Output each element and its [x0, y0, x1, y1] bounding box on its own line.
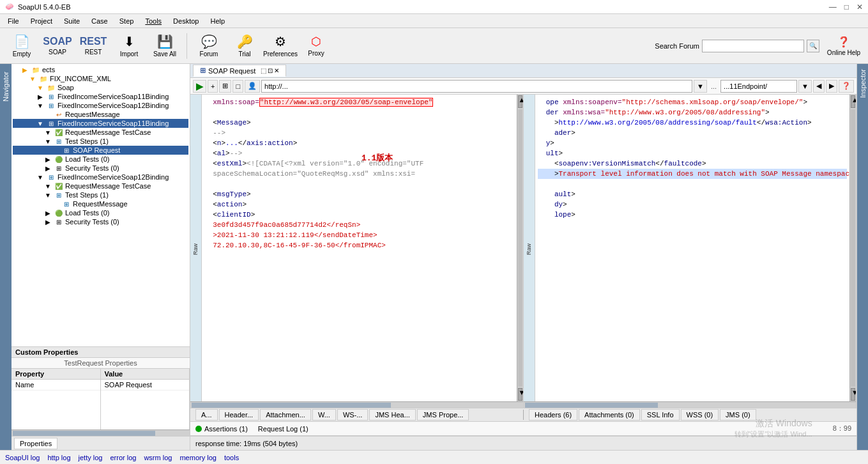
toolbar-soap[interactable]: SOAP SOAP: [41, 31, 74, 61]
tree-item-test-steps-2[interactable]: ▼ ⊞ Test Steps (1): [13, 190, 188, 199]
tab-ws[interactable]: WS-...: [337, 409, 369, 421]
tree-item-req-msg-b[interactable]: ⊞ RequestMessage: [13, 199, 188, 208]
endpoint-dropdown[interactable]: ▼: [798, 80, 812, 93]
response-vscroll-thumb[interactable]: [851, 109, 855, 387]
log-memory[interactable]: memory log: [179, 454, 216, 461]
search-forum-input[interactable]: [702, 40, 804, 52]
response-vscroll-down[interactable]: ▼: [851, 388, 855, 401]
request-vscroll-thumb[interactable]: [518, 109, 522, 387]
menu-step[interactable]: Step: [114, 16, 139, 26]
menu-desktop[interactable]: Desktop: [168, 16, 204, 26]
tab-ssl-info[interactable]: SSL Info: [641, 409, 680, 421]
response-vscrollbar[interactable]: ▲ ▼: [849, 95, 856, 401]
request-vscroll-up[interactable]: ▲: [518, 95, 522, 108]
toolbar-proxy[interactable]: ⬡ Proxy: [300, 31, 333, 61]
menu-tools[interactable]: Tools: [140, 16, 167, 26]
toolbar-rest[interactable]: REST REST: [77, 31, 110, 61]
tab-close-icon[interactable]: ✕: [274, 67, 279, 74]
response-hscroll-thumb[interactable]: [525, 403, 658, 408]
request-hscroll-thumb[interactable]: [192, 403, 391, 408]
toolbar-empty[interactable]: 📄 Empty: [5, 31, 38, 61]
xml-line-cdata: <estXml><![CDATA[<?xml version="1.0" enc…: [204, 159, 514, 169]
tab-expand-icon[interactable]: ⬚: [261, 67, 266, 74]
tree-label-soap-request: SOAP Request: [73, 146, 120, 154]
response-vscroll-up[interactable]: ▲: [851, 95, 855, 108]
tree-item-req-tc-2[interactable]: ▼ ✅ RequestMessage TestCase: [13, 182, 188, 190]
nav-scroll-thumb[interactable]: [13, 431, 155, 436]
menu-suite[interactable]: Suite: [59, 16, 85, 26]
tab-a[interactable]: A...: [195, 409, 218, 421]
tree-item-binding12a[interactable]: ▼ ⊞ FixedIncomeServiceSoap12Binding: [13, 101, 188, 110]
navigator-side-tab[interactable]: Navigator: [0, 64, 11, 450]
tab-header[interactable]: Header...: [219, 409, 259, 421]
tree-item-load-tests-2[interactable]: ▶ 🟢 Load Tests (0): [13, 208, 188, 217]
tab-headers6[interactable]: Headers (6): [529, 409, 577, 421]
tree-item-binding11a[interactable]: ▶ ⊞ FixedIncomeServiceSoap11Binding: [13, 92, 188, 101]
tab-wss0[interactable]: WSS (0): [681, 409, 719, 421]
run-button[interactable]: ▶: [193, 80, 206, 93]
response-hscrollbar[interactable]: [524, 401, 857, 408]
toolbar-forward-button[interactable]: ▶: [826, 80, 837, 93]
toolbar-import[interactable]: ⬇ Import: [112, 31, 146, 61]
close-button[interactable]: ✕: [857, 3, 863, 12]
request-vscrollbar[interactable]: ▲ ▼: [517, 95, 523, 401]
tree-item-security-tests-2[interactable]: ▶ ⊞ Security Tests (0): [13, 217, 188, 226]
request-vscroll-down[interactable]: ▼: [518, 388, 522, 401]
minimize-button[interactable]: —: [829, 3, 837, 12]
request-log-item[interactable]: Request Log (1): [258, 425, 308, 433]
tree-item-req-testcase[interactable]: ▼ ✅ RequestMessage TestCase: [13, 128, 188, 137]
window-controls[interactable]: — □ ✕: [829, 3, 863, 12]
tree-item-soap-request[interactable]: ⊞ SOAP Request: [13, 146, 188, 155]
tree-item-test-steps-1[interactable]: ▼ ⊞ Test Steps (1): [13, 137, 188, 146]
log-tools[interactable]: tools: [224, 454, 239, 461]
toolbar-trial[interactable]: 🔑 Trial: [228, 31, 261, 61]
log-http[interactable]: http log: [47, 454, 70, 461]
log-error[interactable]: error log: [110, 454, 136, 461]
tab-detach-icon[interactable]: ⊡: [268, 67, 273, 74]
toolbar-forum[interactable]: 💬 Forum: [192, 31, 225, 61]
menu-case[interactable]: Case: [86, 16, 113, 26]
properties-tab-button[interactable]: Properties: [14, 438, 57, 449]
toolbar-save-all[interactable]: 💾 Save All: [148, 31, 181, 61]
tab-jms-prop[interactable]: JMS Prope...: [417, 409, 469, 421]
format-button[interactable]: ⊞: [219, 80, 231, 93]
maximize-button[interactable]: □: [844, 3, 849, 12]
tree-item-load-tests-1[interactable]: ▶ 🟢 Load Tests (0): [13, 155, 188, 164]
log-jetty[interactable]: jetty log: [79, 454, 103, 461]
tree-item-soap[interactable]: ▼ 📁 Soap: [13, 83, 188, 92]
tree-item-binding11-selected[interactable]: ▼ ⊞ FixedIncomeServiceSoap11Binding: [13, 119, 188, 128]
toolbar-back-button[interactable]: ◀: [813, 80, 825, 93]
add-button[interactable]: +: [208, 80, 218, 93]
tab-attachments0[interactable]: Attachments (0): [579, 409, 640, 421]
toolbar-online-help[interactable]: ❓ Online Help: [825, 31, 863, 61]
url-options-button[interactable]: ▼: [694, 80, 707, 93]
menu-file[interactable]: File: [3, 16, 24, 26]
tree-item-req-msg-a[interactable]: ↩ RequestMessage: [13, 110, 188, 119]
soap-request-tab[interactable]: ⊞ SOAP Request ⬚ ⊡ ✕: [193, 65, 286, 77]
tab-attachment[interactable]: Attachmen...: [260, 409, 311, 421]
tree-item-binding12b[interactable]: ▼ ⊞ FixedIncomeServiceSoap12Binding: [13, 173, 188, 182]
menu-help[interactable]: Help: [205, 16, 230, 26]
toolbar-help-button[interactable]: ❓: [839, 80, 854, 93]
compact-button[interactable]: □: [232, 80, 243, 93]
assertions-item[interactable]: Assertions (1): [195, 425, 248, 433]
log-soapui[interactable]: SoapUI log: [5, 454, 40, 461]
response-xml-content[interactable]: ope xmlns:soapenv="http://schemas.xmlsoa…: [535, 95, 850, 401]
nav-scrollbar-h[interactable]: [11, 429, 190, 436]
menu-project[interactable]: Project: [26, 16, 57, 26]
request-hscrollbar[interactable]: [190, 401, 523, 408]
toolbar-preferences[interactable]: ⚙ Preferences: [264, 31, 297, 61]
soap-tab-controls[interactable]: ⬚ ⊡ ✕: [261, 67, 279, 74]
tab-jms-hea[interactable]: JMS Hea...: [369, 409, 415, 421]
tree-item-fix-income[interactable]: ▼ 📁 FIX_INCOME_XML: [13, 74, 188, 83]
tree-item-security-tests-1[interactable]: ▶ ⊞ Security Tests (0): [13, 164, 188, 173]
user-button[interactable]: 👤: [245, 80, 260, 93]
value-row-name: SOAP Request: [101, 380, 190, 391]
request-xml-content[interactable]: xmlns:soap="http://www.w3.org/2003/05/so…: [202, 95, 517, 401]
url-input[interactable]: [261, 80, 692, 93]
search-forum-button[interactable]: 🔍: [807, 40, 819, 52]
endpoint-input[interactable]: [720, 80, 797, 93]
log-wsrm[interactable]: wsrm log: [144, 454, 172, 461]
tree-item-ects[interactable]: ▶ 📁 ects: [13, 65, 188, 74]
tab-w[interactable]: W...: [312, 409, 336, 421]
